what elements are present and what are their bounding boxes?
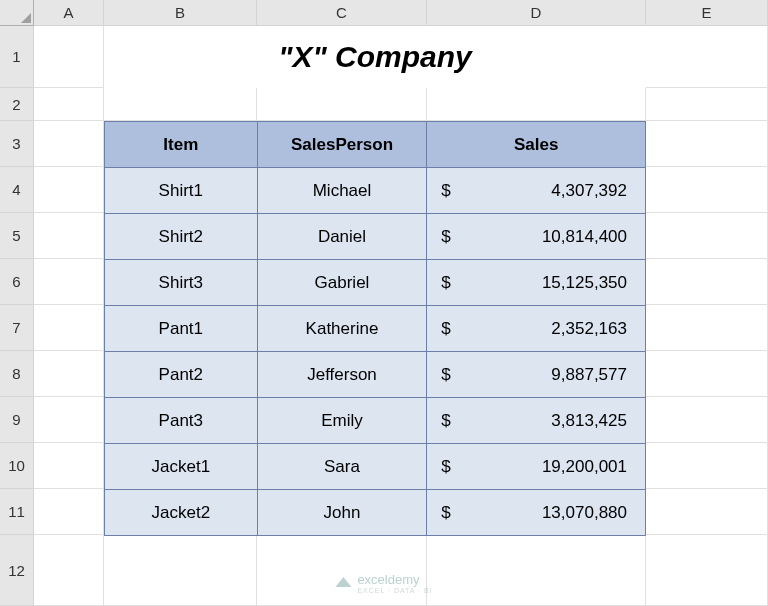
table-row: Pant3Emily$3,813,425 <box>105 398 646 444</box>
cell[interactable] <box>646 26 768 88</box>
col-header-c[interactable]: C <box>257 0 427 26</box>
cell-sales[interactable]: $4,307,392 <box>427 168 646 214</box>
sales-amount: 19,200,001 <box>542 457 627 477</box>
cell-salesperson[interactable]: Jefferson <box>257 352 427 398</box>
row-header-3[interactable]: 3 <box>0 121 34 167</box>
cell-salesperson[interactable]: Sara <box>257 444 427 490</box>
table-row: Jacket2John$13,070,880 <box>105 490 646 536</box>
row-header-11[interactable]: 11 <box>0 489 34 535</box>
cell[interactable] <box>646 351 768 397</box>
col-header-b[interactable]: B <box>104 0 257 26</box>
currency-symbol: $ <box>441 273 450 293</box>
cell[interactable] <box>257 535 427 606</box>
row-header-8[interactable]: 8 <box>0 351 34 397</box>
cell-item[interactable]: Pant2 <box>105 352 258 398</box>
row-header-1[interactable]: 1 <box>0 26 34 88</box>
cell-item[interactable]: Shirt2 <box>105 214 258 260</box>
data-region: Item SalesPerson Sales Shirt1Michael$4,3… <box>104 121 646 535</box>
cell-sales[interactable]: $15,125,350 <box>427 260 646 306</box>
sales-amount: 9,887,577 <box>551 365 627 385</box>
col-header-d[interactable]: D <box>427 0 646 26</box>
table-row: Shirt3Gabriel$15,125,350 <box>105 260 646 306</box>
page-title[interactable]: "X" Company <box>104 26 646 88</box>
cell-item[interactable]: Shirt1 <box>105 168 258 214</box>
cell-item[interactable]: Jacket1 <box>105 444 258 490</box>
watermark: exceldemy EXCEL · DATA · BI <box>335 572 432 594</box>
cell[interactable] <box>646 213 768 259</box>
currency-symbol: $ <box>441 457 450 477</box>
currency-symbol: $ <box>441 365 450 385</box>
cell-sales[interactable]: $3,813,425 <box>427 398 646 444</box>
row-header-5[interactable]: 5 <box>0 213 34 259</box>
row-header-4[interactable]: 4 <box>0 167 34 213</box>
cell[interactable] <box>646 305 768 351</box>
cell[interactable] <box>34 443 104 489</box>
col-header-e[interactable]: E <box>646 0 768 26</box>
cell-salesperson[interactable]: Michael <box>257 168 427 214</box>
table-row: Shirt1Michael$4,307,392 <box>105 168 646 214</box>
cell[interactable] <box>427 88 646 121</box>
cell-salesperson[interactable]: Emily <box>257 398 427 444</box>
cell[interactable] <box>34 259 104 305</box>
cell[interactable] <box>646 167 768 213</box>
watermark-name: exceldemy <box>357 572 419 587</box>
cell[interactable] <box>257 88 427 121</box>
sales-amount: 2,352,163 <box>551 319 627 339</box>
cell-item[interactable]: Pant1 <box>105 306 258 352</box>
cell[interactable] <box>34 167 104 213</box>
cell-sales[interactable]: $9,887,577 <box>427 352 646 398</box>
header-item[interactable]: Item <box>105 122 258 168</box>
cell[interactable] <box>646 489 768 535</box>
exceldemy-logo-icon <box>335 575 351 591</box>
cell[interactable] <box>34 213 104 259</box>
cell[interactable] <box>34 397 104 443</box>
cell-sales[interactable]: $13,070,880 <box>427 490 646 536</box>
spreadsheet-grid: A B C D E 1 2 3 4 5 6 7 8 9 10 11 12 "X"… <box>0 0 768 606</box>
currency-symbol: $ <box>441 319 450 339</box>
cell[interactable] <box>34 535 104 606</box>
cell-item[interactable]: Jacket2 <box>105 490 258 536</box>
cell[interactable] <box>104 88 257 121</box>
cell[interactable] <box>34 26 104 88</box>
cell[interactable] <box>427 535 646 606</box>
row-header-7[interactable]: 7 <box>0 305 34 351</box>
header-salesperson[interactable]: SalesPerson <box>257 122 427 168</box>
cell[interactable] <box>646 397 768 443</box>
cell[interactable] <box>646 443 768 489</box>
cell-salesperson[interactable]: Katherine <box>257 306 427 352</box>
select-all-corner[interactable] <box>0 0 34 26</box>
cell[interactable] <box>646 259 768 305</box>
header-sales[interactable]: Sales <box>427 122 646 168</box>
currency-symbol: $ <box>441 181 450 201</box>
cell[interactable] <box>34 489 104 535</box>
sales-amount: 3,813,425 <box>551 411 627 431</box>
table-header-row: Item SalesPerson Sales <box>105 122 646 168</box>
table-row: Jacket1Sara$19,200,001 <box>105 444 646 490</box>
cell-salesperson[interactable]: John <box>257 490 427 536</box>
cell[interactable] <box>104 535 257 606</box>
row-header-12[interactable]: 12 <box>0 535 34 606</box>
row-header-6[interactable]: 6 <box>0 259 34 305</box>
row-header-10[interactable]: 10 <box>0 443 34 489</box>
cell-salesperson[interactable]: Daniel <box>257 214 427 260</box>
cell[interactable] <box>646 535 768 606</box>
cell[interactable] <box>646 88 768 121</box>
cell-sales[interactable]: $19,200,001 <box>427 444 646 490</box>
currency-symbol: $ <box>441 411 450 431</box>
cell-salesperson[interactable]: Gabriel <box>257 260 427 306</box>
cell-item[interactable]: Shirt3 <box>105 260 258 306</box>
row-header-2[interactable]: 2 <box>0 88 34 121</box>
cell-sales[interactable]: $2,352,163 <box>427 306 646 352</box>
cell[interactable] <box>34 305 104 351</box>
col-header-a[interactable]: A <box>34 0 104 26</box>
cell[interactable] <box>34 121 104 167</box>
cell[interactable] <box>34 88 104 121</box>
table-row: Shirt2Daniel$10,814,400 <box>105 214 646 260</box>
sales-amount: 15,125,350 <box>542 273 627 293</box>
currency-symbol: $ <box>441 227 450 247</box>
row-header-9[interactable]: 9 <box>0 397 34 443</box>
cell[interactable] <box>34 351 104 397</box>
cell[interactable] <box>646 121 768 167</box>
cell-sales[interactable]: $10,814,400 <box>427 214 646 260</box>
cell-item[interactable]: Pant3 <box>105 398 258 444</box>
